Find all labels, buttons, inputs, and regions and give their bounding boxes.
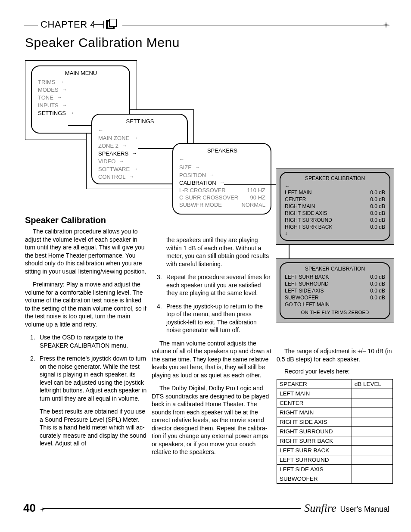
speakers-item-calibration[interactable]: CALIBRATION: [179, 179, 265, 187]
arrow-right-icon: [128, 173, 134, 180]
calibration-row[interactable]: SUBWOOFER0.0 dB: [285, 294, 385, 301]
table-row: RIGHT SURR BACK: [277, 436, 393, 445]
settings-item[interactable]: CONTROL: [98, 173, 182, 180]
arrow-right-icon: [193, 163, 200, 171]
table-row: LEFT MAIN: [277, 389, 393, 398]
manual-label: User's Manual: [340, 505, 389, 513]
table-row: SUBWOOFER: [277, 474, 393, 483]
arrow-down-icon: [285, 230, 287, 236]
calibration-footer: ON-THE-FLY TRIMS ZEROED: [285, 310, 385, 315]
arrow-right-icon: [120, 142, 127, 149]
main-menu-item[interactable]: TONE: [38, 93, 124, 101]
connector-line: [138, 148, 175, 149]
table-row: LEFT SURR BACK: [277, 445, 393, 455]
speakers-item[interactable]: C-SURR CROSSOVER90 HZ: [179, 194, 265, 201]
arrow-left-icon: [179, 156, 186, 163]
calibration-row[interactable]: RIGHT SURROUND0.0 dB: [285, 217, 385, 224]
table-row: LEFT SURROUND: [277, 455, 393, 464]
settings-item[interactable]: SOFTWARE: [98, 165, 182, 173]
main-menu-item[interactable]: MODES: [38, 86, 124, 93]
arrow-right-icon: [68, 109, 75, 117]
calibration-row[interactable]: LEFT SURR BACK0.0 dB: [285, 274, 385, 280]
table-header-row: SPEAKER dB LEVEL: [277, 379, 393, 389]
calibration-title: SPEAKER CALIBRATION: [285, 175, 385, 181]
calibration-panel-1: SPEAKER CALIBRATION LEFT MAIN0.0 dB CENT…: [276, 168, 394, 245]
body-paragraph: Preliminary: Play a movie and adjust the…: [25, 280, 147, 328]
settings-back[interactable]: [98, 126, 182, 134]
settings-title: SETTINGS: [98, 118, 182, 124]
body-step: 2.Press the remote's joystick down to tu…: [40, 355, 147, 448]
arrow-right-icon: [130, 149, 137, 157]
body-paragraph: The best results are obtained if you use…: [40, 408, 147, 448]
record-note: Record your levels here:: [277, 367, 393, 376]
connector-line: [224, 184, 278, 185]
body-column-2: the speakers until they are playing with…: [152, 236, 272, 461]
footer-brand: Sunfire User's Manual: [301, 502, 389, 515]
table-row: RIGHT MAIN: [277, 408, 393, 417]
body-column-3: The range of adjustment is +/– 10 dB (in…: [277, 347, 393, 484]
calibration-row[interactable]: RIGHT SURR BACK0.0 dB: [285, 224, 385, 230]
arrow-right-icon: [60, 86, 67, 93]
levels-table: SPEAKER dB LEVEL LEFT MAIN CENTER RIGHT …: [277, 379, 393, 484]
star-ornament-icon: [383, 22, 389, 28]
table-header: SPEAKER: [277, 379, 352, 389]
star-ornament-icon: [40, 506, 45, 511]
table-row: RIGHT SIDE AXIS: [277, 417, 393, 426]
connector-line: [68, 125, 95, 126]
table-row: CENTER: [277, 398, 393, 408]
calibration-row[interactable]: CENTER0.0 dB: [285, 196, 385, 203]
arrow-right-icon: [131, 134, 138, 142]
speakers-title: SPEAKERS: [179, 147, 265, 154]
arrow-left-icon: [98, 126, 105, 134]
arrow-right-icon: [131, 165, 138, 173]
calibration-panel-2: SPEAKER CALIBRATION LEFT SURR BACK0.0 dB…: [276, 258, 394, 323]
calibration-row[interactable]: RIGHT MAIN0.0 dB: [285, 203, 385, 210]
brand-logo: Sunfire: [304, 502, 338, 514]
arrow-left-icon: [285, 183, 292, 189]
connector-line: [289, 244, 290, 258]
arrow-right-icon: [55, 93, 62, 101]
calibration-row[interactable]: LEFT SURROUND0.0 dB: [285, 280, 385, 287]
page-title: Speaker Calibration Menu: [25, 35, 180, 50]
body-step: 3.Repeat the procedure several times for…: [166, 273, 272, 297]
speakers-back[interactable]: [179, 156, 265, 163]
settings-item-speakers[interactable]: SPEAKERS: [98, 149, 182, 157]
settings-item[interactable]: VIDEO: [98, 157, 182, 165]
calibration-row[interactable]: LEFT MAIN0.0 dB: [285, 189, 385, 196]
body-paragraph: The calibration procedure allows you to …: [25, 227, 147, 275]
main-menu-item[interactable]: INPUTS: [38, 101, 124, 109]
settings-item[interactable]: MAIN ZONE: [98, 134, 182, 142]
speakers-item[interactable]: SUBWFR MODENORMAL: [179, 201, 265, 208]
table-header: dB LEVEL: [352, 379, 392, 389]
body-paragraph: The Dolby Digital, Dolby Pro Logic and D…: [152, 384, 272, 456]
arrow-right-icon: [218, 179, 225, 187]
body-step: 1.Use the OSD to navigate to the SPEAKER…: [40, 333, 147, 349]
speakers-screen: SPEAKERS SIZE POSITION CALIBRATION L-R C…: [172, 143, 271, 215]
body-step: 4.Press the joystick-up to return to the…: [166, 302, 272, 334]
calibration-row[interactable]: GO TO LEFT MAIN: [285, 301, 385, 308]
chapter-ornament: [94, 19, 122, 30]
table-row: LEFT SIDE AXIS: [277, 464, 393, 474]
arrow-right-icon: [208, 171, 215, 179]
arrow-right-icon: [57, 78, 64, 86]
main-menu-item[interactable]: TRIMS: [38, 78, 124, 86]
section-heading: Speaker Calibration: [25, 215, 106, 225]
table-row: RIGHT SURROUND: [277, 426, 393, 436]
calibration-row[interactable]: LEFT SIDE AXIS0.0 dB: [285, 287, 385, 294]
arrow-right-icon: [60, 101, 67, 109]
page-number: 40: [23, 501, 38, 515]
speakers-item[interactable]: POSITION: [179, 171, 265, 179]
chapter-label: CHAPTER 4: [38, 19, 98, 30]
body-paragraph: The main volume control adjusts the volu…: [152, 339, 272, 380]
calibration-row[interactable]: RIGHT SIDE AXIS0.0 dB: [285, 210, 385, 217]
body-paragraph: the speakers until they are playing with…: [152, 236, 272, 268]
main-menu-title: MAIN MENU: [38, 70, 124, 76]
arrow-right-icon: [117, 157, 124, 165]
calibration-title: SPEAKER CALIBRATION: [285, 266, 385, 272]
svg-rect-3: [109, 19, 116, 27]
range-note: The range of adjustment is +/– 10 dB (in…: [277, 347, 393, 363]
speakers-item[interactable]: SIZE: [179, 163, 265, 171]
speakers-item[interactable]: L-R CROSSOVER110 HZ: [179, 187, 265, 194]
body-column-1: The calibration procedure allows you to …: [25, 227, 147, 453]
